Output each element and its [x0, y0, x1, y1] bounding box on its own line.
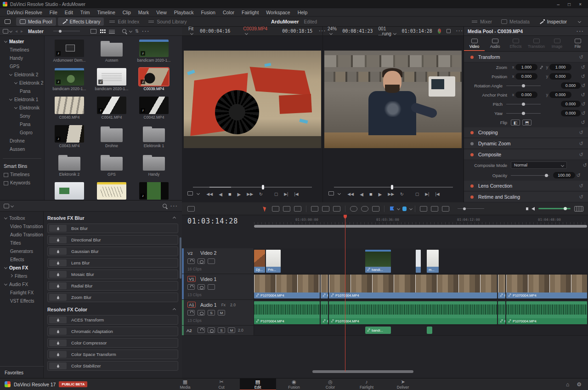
- effects-scrollbar[interactable]: [180, 237, 181, 279]
- first-frame-button[interactable]: ◀◀: [347, 192, 354, 196]
- reset-icon[interactable]: [578, 194, 584, 200]
- track-destination-badge[interactable]: A2: [187, 328, 195, 333]
- go-to-in-button[interactable]: |◀: [435, 192, 439, 196]
- gang-viewers-icon[interactable]: [438, 29, 441, 34]
- detail-zoom-icon[interactable]: [442, 206, 449, 212]
- scrubber-playhead[interactable]: [262, 185, 264, 189]
- menu-playback[interactable]: Playback: [171, 9, 197, 16]
- more-options-icon[interactable]: [142, 29, 150, 34]
- track-enable-icon[interactable]: [198, 258, 205, 264]
- reset-icon[interactable]: [580, 74, 586, 80]
- filmstrip-view-icon[interactable]: [90, 29, 96, 34]
- razor-edit-mode-icon[interactable]: [294, 206, 301, 212]
- timeline-ruler[interactable]: 01:03:00:0001:03:36:0001:04:12:0001:04:4…: [254, 215, 588, 224]
- media-pool-button[interactable]: Media Pool: [16, 17, 56, 26]
- reset-icon[interactable]: [578, 183, 584, 189]
- loop-button[interactable]: ↻: [400, 192, 404, 196]
- media-item-bandicam-2020-1[interactable]: bandicam 2020-1...: [133, 39, 175, 67]
- effect-directional-blur[interactable]: Directional Blur: [47, 235, 178, 245]
- tab-effects[interactable]: Effects: [505, 36, 526, 51]
- smart-bin-timelines[interactable]: Timelines: [0, 171, 44, 179]
- more-options-icon[interactable]: [170, 203, 178, 209]
- smart-bin-keywords[interactable]: Keywords: [0, 179, 44, 187]
- timeline-scrubber[interactable]: [334, 187, 453, 188]
- track-destination-badge[interactable]: V1: [187, 276, 196, 282]
- dynamic-trim-mode-icon[interactable]: [283, 206, 290, 212]
- timeline-clip[interactable]: bandi...: [365, 327, 391, 334]
- replace-clip-icon[interactable]: [333, 206, 340, 212]
- mute-button[interactable]: M: [228, 327, 235, 333]
- selection-mode-icon[interactable]: [263, 206, 267, 212]
- overwrite-clip-icon[interactable]: [322, 206, 329, 212]
- timeline-clip[interactable]: m...: [427, 250, 439, 273]
- track-enable-icon[interactable]: [208, 327, 215, 333]
- timeline-clip[interactable]: P1070004.MP4: [506, 275, 587, 298]
- effects-group-resolve-fx-color[interactable]: Resolve FX Color: [47, 304, 178, 315]
- effects-tree-open-fx[interactable]: Open FX: [0, 264, 43, 272]
- effect-lens-blur[interactable]: Lens Blur: [47, 258, 178, 268]
- section-header-retime-and-scaling[interactable]: Retime and Scaling: [464, 192, 588, 202]
- speaker-icon[interactable]: [531, 207, 535, 211]
- match-frame-button[interactable]: ▢: [415, 192, 419, 196]
- media-item-messsystem[interactable]: messsystem...: [48, 181, 90, 200]
- flag-icon[interactable]: [390, 206, 394, 211]
- bin-item-handy[interactable]: Handy: [0, 54, 44, 63]
- effect-radial-blur[interactable]: Radial Blur: [47, 281, 178, 291]
- timeline-clip[interactable]: P1070004.MP4: [329, 301, 497, 324]
- link-clips-icon[interactable]: [361, 206, 368, 212]
- track-header-v1[interactable]: V1Video 113 Clips: [182, 274, 254, 299]
- effects-tree-filters[interactable]: Filters: [0, 272, 43, 281]
- mute-button[interactable]: M: [218, 310, 225, 315]
- insert-clip-icon[interactable]: [311, 206, 318, 212]
- section-header-cropping[interactable]: Cropping: [464, 127, 588, 138]
- value-field-x[interactable]: 0.000: [515, 73, 537, 80]
- timeline-clip[interactable]: bandi...: [365, 250, 391, 273]
- timeline-clip[interactable]: [427, 327, 432, 334]
- section-enable-toggle[interactable]: [470, 195, 474, 199]
- effect-box-blur[interactable]: Box Blur: [47, 224, 178, 233]
- cursor-tool-button[interactable]: [1, 17, 14, 26]
- reset-icon[interactable]: [582, 162, 588, 168]
- effects-tree-audio-fx[interactable]: Audio FX: [0, 281, 43, 289]
- track-lane-v1[interactable]: P1070004.MP4P10...P1070004.MP4P10...P107…: [254, 274, 588, 299]
- bin-item-elektronik-2[interactable]: Elektronik 2 ...: [0, 79, 44, 87]
- menu-edit[interactable]: Edit: [62, 9, 76, 16]
- section-enable-toggle[interactable]: [470, 142, 474, 145]
- loop-button[interactable]: ↻: [259, 192, 263, 196]
- media-item-c0040-mp4[interactable]: C0040.MP4: [48, 96, 90, 124]
- play-reverse-button[interactable]: ◀: [360, 192, 363, 197]
- track-enable-icon[interactable]: [198, 310, 205, 315]
- section-header-lens-correction[interactable]: Lens Correction: [464, 181, 588, 191]
- value-field-y[interactable]: 1.000: [549, 64, 571, 70]
- menu-color[interactable]: Color: [220, 9, 237, 16]
- bin-item-master[interactable]: Master: [0, 38, 44, 46]
- mixer-button[interactable]: Mixer: [468, 17, 496, 26]
- effects-library-button[interactable]: Effects Library: [58, 17, 104, 26]
- bin-item-timelines[interactable]: Timelines: [0, 46, 44, 54]
- reset-icon[interactable]: [580, 64, 586, 70]
- media-item-c0039-mp4[interactable]: C0039.MP4: [133, 67, 175, 96]
- zoom-dropdown[interactable]: 24%: [328, 26, 337, 36]
- reset-icon[interactable]: [581, 110, 587, 116]
- solo-button[interactable]: S: [218, 327, 225, 333]
- effect-mosaic-blur[interactable]: Mosaic Blur: [47, 270, 178, 279]
- effects-categories-icon[interactable]: [4, 204, 9, 208]
- link-xy-icon[interactable]: [537, 64, 545, 70]
- opacity-value[interactable]: 100.00: [553, 172, 575, 178]
- go-to-out-button[interactable]: ▶|: [284, 192, 288, 196]
- solo-button[interactable]: S: [208, 310, 215, 315]
- flip-horizontal-button[interactable]: ◧: [511, 120, 520, 126]
- media-item-drohne[interactable]: Drohne: [90, 124, 133, 153]
- track-destination-badge[interactable]: A1: [187, 302, 196, 308]
- timeline-clip[interactable]: P10...: [321, 275, 328, 298]
- page-tab-edit[interactable]: Edit: [240, 379, 276, 390]
- bin-item-pana[interactable]: Pana: [0, 87, 44, 96]
- track-destination-badge[interactable]: V2: [187, 251, 196, 256]
- back-icon[interactable]: ◂: [15, 29, 17, 34]
- bin-item-sony[interactable]: Sony: [0, 112, 44, 120]
- timeline-zoom-slider[interactable]: [458, 208, 484, 209]
- playhead[interactable]: [345, 215, 345, 372]
- menu-help[interactable]: Help: [294, 9, 311, 16]
- grid-view-icon[interactable]: [100, 29, 106, 34]
- menu-trim[interactable]: Trim: [77, 9, 93, 16]
